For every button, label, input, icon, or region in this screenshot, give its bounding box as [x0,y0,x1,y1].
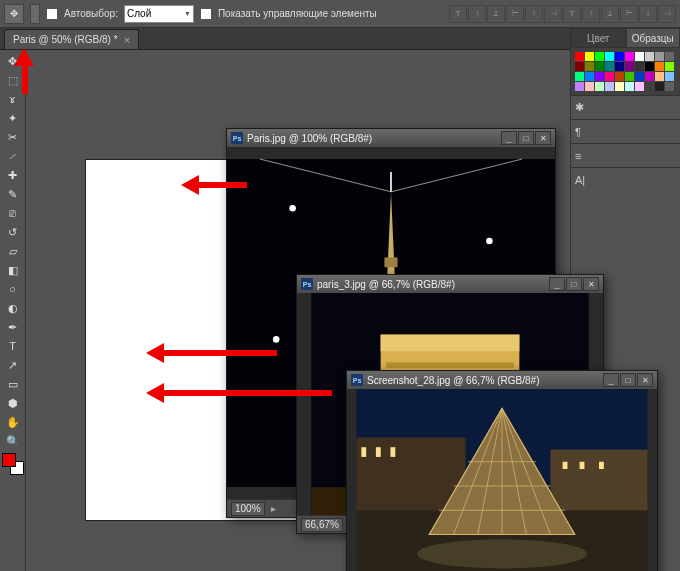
tool-text[interactable]: T [2,337,24,355]
tool-shape[interactable]: ▭ [2,375,24,393]
swatch[interactable] [615,82,624,91]
swatch[interactable] [665,52,674,61]
swatch[interactable] [645,82,654,91]
tool-crop[interactable]: ✂ [2,128,24,146]
zoom-field[interactable]: 100% [231,502,265,516]
tool-eraser[interactable]: ▱ [2,242,24,260]
close-tab-icon[interactable]: × [124,34,130,46]
swatch[interactable] [575,72,584,81]
swatch[interactable] [665,72,674,81]
close-button[interactable]: ✕ [583,277,599,291]
swatch[interactable] [605,82,614,91]
tool-hand[interactable]: ✋ [2,413,24,431]
swatch[interactable] [585,82,594,91]
tool-stamp[interactable]: ⎚ [2,204,24,222]
tool-gradient[interactable]: ◧ [2,261,24,279]
zoom-field[interactable]: 66,67% [301,518,343,532]
tool-healing[interactable]: ✚ [2,166,24,184]
align-vcenter-icon[interactable]: ⫱ [468,5,486,23]
align-top-icon[interactable]: ⫪ [449,5,467,23]
distribute-right-icon[interactable]: ⊣ [658,5,676,23]
tool-zoom[interactable]: 🔍 [2,432,24,450]
maximize-button[interactable]: □ [518,131,534,145]
window-titlebar[interactable]: Psparis_3.jpg @ 66,7% (RGB/8#)_□✕ [297,275,603,293]
tool-eyedropper[interactable]: ⟋ [2,147,24,165]
swatch[interactable] [665,82,674,91]
distribute-left-icon[interactable]: ⊢ [620,5,638,23]
maximize-button[interactable]: □ [566,277,582,291]
tool-path[interactable]: ↗ [2,356,24,374]
distribute-vcenter-icon[interactable]: ⫱ [582,5,600,23]
swatch[interactable] [645,72,654,81]
tool-dodge[interactable]: ◐ [2,299,24,317]
auto-select-dropdown[interactable]: Слой [124,5,194,23]
swatch[interactable] [635,62,644,71]
swatch[interactable] [575,82,584,91]
document-window[interactable]: PsScreenshot_28.jpg @ 66,7% (RGB/8#)_□✕6… [346,370,658,571]
align-left-icon[interactable]: ⊢ [506,5,524,23]
swatch[interactable] [665,62,674,71]
close-button[interactable]: ✕ [535,131,551,145]
auto-select-checkbox[interactable] [46,8,58,20]
tool-wand[interactable]: ✦ [2,109,24,127]
swatch[interactable] [575,52,584,61]
swatch[interactable] [605,72,614,81]
swatch[interactable] [645,52,654,61]
align-hcenter-icon[interactable]: ⫲ [525,5,543,23]
swatch[interactable] [595,82,604,91]
image-content[interactable] [347,389,657,571]
swatch[interactable] [655,72,664,81]
tool-marquee[interactable]: ⬚ [2,71,24,89]
distribute-hcenter-icon[interactable]: ⫲ [639,5,657,23]
minimize-button[interactable]: _ [501,131,517,145]
tool-move[interactable]: ✥ [2,52,24,70]
swatch[interactable] [575,62,584,71]
mini-panel-3[interactable]: ≡ [571,143,680,167]
swatch[interactable] [615,72,624,81]
mini-panel-4[interactable]: A| [571,167,680,191]
close-button[interactable]: ✕ [637,373,653,387]
tool-lasso[interactable]: ɤ [2,90,24,108]
swatch[interactable] [605,52,614,61]
window-titlebar[interactable]: PsScreenshot_28.jpg @ 66,7% (RGB/8#)_□✕ [347,371,657,389]
swatch[interactable] [605,62,614,71]
color-tab[interactable]: Цвет [571,28,626,48]
distribute-top-icon[interactable]: ⫪ [563,5,581,23]
distribute-bottom-icon[interactable]: ⫫ [601,5,619,23]
swatch[interactable] [655,62,664,71]
swatch[interactable] [645,62,654,71]
statusbar-menu-icon[interactable]: ▸ [271,503,276,514]
swatch[interactable] [615,52,624,61]
swatch[interactable] [595,52,604,61]
swatch[interactable] [625,82,634,91]
swatch[interactable] [595,62,604,71]
swatch[interactable] [585,62,594,71]
swatch[interactable] [625,62,634,71]
swatch[interactable] [625,52,634,61]
foreground-background-colors[interactable] [2,453,24,475]
mini-panel-1[interactable]: ✱ [571,95,680,119]
minimize-button[interactable]: _ [549,277,565,291]
swatch[interactable] [635,72,644,81]
tool-3d[interactable]: ⬢ [2,394,24,412]
tool-history[interactable]: ↺ [2,223,24,241]
mini-panel-2[interactable]: ¶ [571,119,680,143]
minimize-button[interactable]: _ [603,373,619,387]
swatch[interactable] [595,72,604,81]
document-tab[interactable]: Paris @ 50% (RGB/8) * × [4,29,139,49]
swatch[interactable] [615,62,624,71]
swatch[interactable] [635,52,644,61]
tool-pen[interactable]: ✒ [2,318,24,336]
show-controls-checkbox[interactable] [200,8,212,20]
swatches-tab[interactable]: Образцы [626,28,681,48]
maximize-button[interactable]: □ [620,373,636,387]
swatch[interactable] [635,82,644,91]
tool-blur[interactable]: ○ [2,280,24,298]
swatch[interactable] [655,82,664,91]
swatch[interactable] [585,52,594,61]
align-right-icon[interactable]: ⊣ [544,5,562,23]
align-bottom-icon[interactable]: ⫫ [487,5,505,23]
window-titlebar[interactable]: PsParis.jpg @ 100% (RGB/8#)_□✕ [227,129,555,147]
tool-preset-dropdown[interactable] [30,4,40,24]
swatch[interactable] [655,52,664,61]
